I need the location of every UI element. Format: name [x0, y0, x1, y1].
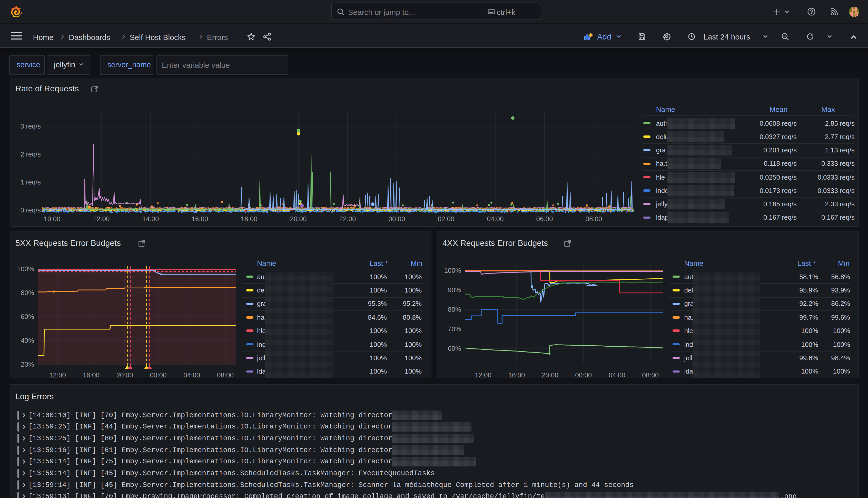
svg-text:20:00: 20:00: [116, 371, 133, 379]
svg-text:04:00: 04:00: [486, 215, 503, 223]
svg-text:08:00: 08:00: [217, 371, 233, 379]
svg-text:40%: 40%: [21, 336, 34, 344]
svg-text:80%: 80%: [21, 289, 34, 296]
svg-text:1 req/s: 1 req/s: [20, 178, 41, 186]
svg-text:00:00: 00:00: [575, 371, 592, 379]
svg-text:90%: 90%: [448, 286, 461, 293]
svg-text:60%: 60%: [448, 344, 461, 352]
svg-text:3 req/s: 3 req/s: [20, 122, 41, 130]
svg-text:00:00: 00:00: [388, 215, 405, 223]
svg-text:16:00: 16:00: [508, 371, 525, 379]
svg-text:08:00: 08:00: [642, 371, 659, 379]
svg-text:60%: 60%: [21, 313, 34, 320]
svg-text:20%: 20%: [21, 360, 34, 368]
svg-text:04:00: 04:00: [609, 371, 625, 379]
svg-text:18:00: 18:00: [240, 215, 257, 223]
svg-text:20:00: 20:00: [542, 371, 558, 379]
svg-text:06:00: 06:00: [536, 215, 552, 223]
svg-text:12:00: 12:00: [475, 371, 492, 379]
svg-text:80%: 80%: [448, 305, 461, 313]
svg-text:08:00: 08:00: [585, 215, 602, 223]
svg-text:22:00: 22:00: [339, 215, 356, 223]
svg-text:14:00: 14:00: [142, 215, 159, 223]
svg-text:02:00: 02:00: [437, 215, 454, 223]
svg-text:100%: 100%: [17, 265, 34, 273]
svg-text:0 req/s: 0 req/s: [20, 206, 41, 214]
svg-text:04:00: 04:00: [183, 371, 200, 379]
svg-text:12:00: 12:00: [49, 371, 66, 379]
svg-text:2 req/s: 2 req/s: [20, 150, 41, 158]
svg-text:10:00: 10:00: [43, 215, 60, 223]
svg-text:20:00: 20:00: [290, 215, 306, 223]
svg-text:12:00: 12:00: [93, 215, 109, 223]
svg-text:16:00: 16:00: [83, 371, 99, 379]
svg-text:100%: 100%: [444, 266, 461, 274]
svg-text:16:00: 16:00: [191, 215, 208, 223]
svg-text:70%: 70%: [448, 325, 461, 332]
svg-text:00:00: 00:00: [149, 371, 166, 379]
